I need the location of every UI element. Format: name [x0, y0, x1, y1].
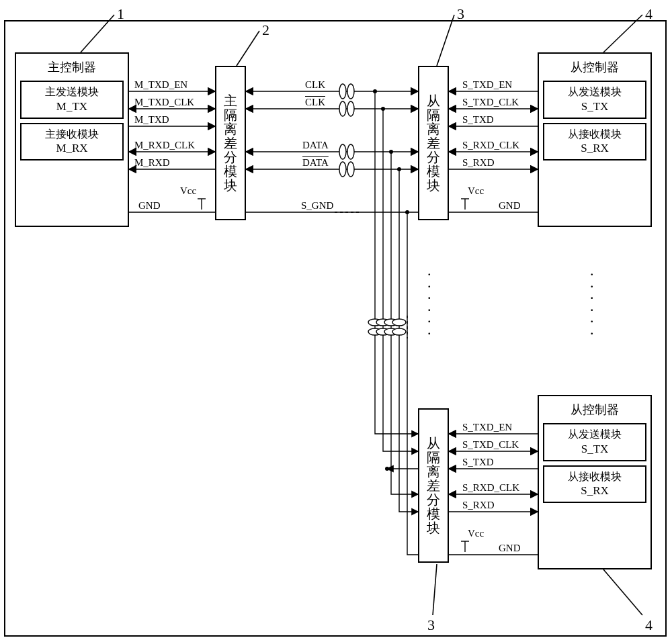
iso-slave-t-char0: 从 [427, 94, 440, 108]
slave-top-rx-code: S_RX [546, 141, 644, 156]
label-s-txd-clk-b: S_TXD_CLK [462, 439, 519, 451]
label-vcc-m: Vcc [180, 185, 196, 197]
slave-top-rx-module: 从接收模块 S_RX [543, 123, 646, 161]
iso-master-char1: 隔 [224, 108, 237, 122]
iso-slave-b-char3: 差 [427, 479, 440, 493]
label-s-rxd-b: S_RXD [462, 500, 495, 511]
number-label-3-bottom: 3 [427, 616, 435, 634]
label-gnd-st: GND [499, 200, 521, 212]
slave-top-tx-title: 从发送模块 [546, 85, 644, 99]
slave-top-rx-title: 从接收模块 [546, 127, 644, 142]
master-controller-title: 主控制器 [20, 59, 124, 75]
slave-bottom-rx-code: S_RX [546, 484, 644, 499]
label-gnd-m: GND [138, 200, 161, 212]
iso-slave-t-char2: 离 [427, 122, 440, 136]
label-m-txd-clk: M_TXD_CLK [134, 97, 194, 108]
ellipsis-iso: ······ [427, 269, 431, 340]
number-label-3-top: 3 [457, 5, 464, 23]
iso-slave-t-char3: 差 [427, 136, 440, 150]
master-tx-title: 主发送模块 [23, 85, 121, 99]
label-s-txd-t: S_TXD [462, 114, 494, 126]
slave-top-tx-module: 从发送模块 S_TX [543, 81, 646, 119]
iso-slave-t-char4: 分 [427, 150, 440, 165]
iso-master-char4: 分 [224, 150, 237, 165]
iso-master-char3: 差 [224, 136, 237, 150]
iso-slave-b-char5: 模 [427, 507, 440, 521]
slave-bottom-tx-title: 从发送模块 [546, 427, 644, 442]
iso-slave-t-char6: 块 [427, 179, 440, 193]
master-rx-code: M_RX [23, 141, 121, 156]
iso-slave-t-char5: 模 [427, 165, 440, 179]
label-data-bar: DATA [302, 157, 329, 169]
label-s-txd-clk-t: S_TXD_CLK [462, 97, 519, 108]
slave-iso-diff-module-bottom: 从 隔 离 差 分 模 块 [418, 408, 449, 563]
number-label-4-top: 4 [645, 5, 653, 23]
iso-master-char6: 块 [224, 179, 237, 193]
iso-master-char5: 模 [224, 165, 237, 179]
iso-slave-b-char0: 从 [427, 437, 440, 451]
label-vcc-st: Vcc [468, 185, 484, 197]
slave-bottom-rx-module: 从接收模块 S_RX [543, 465, 646, 504]
label-s-gnd: S_GND [301, 200, 333, 212]
slave-controller-bottom: 从控制器 从发送模块 S_TX 从接收模块 S_RX [538, 395, 652, 569]
label-s-rxd-t: S_RXD [462, 157, 495, 169]
label-gnd-sb: GND [499, 543, 521, 554]
iso-slave-b-char2: 离 [427, 465, 440, 479]
slave-controller-top: 从控制器 从发送模块 S_TX 从接收模块 S_RX [538, 52, 652, 227]
iso-slave-t-char1: 隔 [427, 108, 440, 122]
number-label-2: 2 [262, 21, 269, 39]
number-label-1: 1 [117, 5, 124, 23]
label-s-rxd-clk-t: S_RXD_CLK [462, 140, 519, 151]
label-s-txd-b: S_TXD [462, 457, 494, 468]
iso-slave-b-char6: 块 [427, 521, 440, 535]
slave-bottom-rx-title: 从接收模块 [546, 469, 644, 484]
slave-bottom-tx-code: S_TX [546, 442, 644, 457]
master-tx-code: M_TX [23, 99, 121, 115]
label-s-txd-en-b: S_TXD_EN [462, 422, 512, 433]
master-iso-diff-module: 主 隔 离 差 分 模 块 [215, 66, 246, 220]
label-vcc-sb: Vcc [468, 528, 484, 539]
label-clk: CLK [305, 79, 325, 91]
label-m-rxd-clk: M_RXD_CLK [134, 140, 195, 151]
master-tx-module: 主发送模块 M_TX [20, 81, 124, 119]
iso-slave-b-char4: 分 [427, 493, 440, 507]
number-label-4-bottom: 4 [645, 616, 653, 634]
slave-top-tx-code: S_TX [546, 99, 644, 115]
label-data: DATA [302, 140, 329, 151]
master-rx-title: 主接收模块 [23, 127, 121, 142]
master-rx-module: 主接收模块 M_RX [20, 123, 124, 161]
iso-master-char0: 主 [224, 94, 237, 108]
label-m-rxd: M_RXD [134, 157, 170, 169]
label-clk-bar: CLK [305, 97, 325, 108]
slave-iso-diff-module-top: 从 隔 离 差 分 模 块 [418, 66, 449, 220]
master-controller: 主控制器 主发送模块 M_TX 主接收模块 M_RX [15, 52, 129, 227]
iso-master-char2: 离 [224, 122, 237, 136]
slave-controller-bottom-title: 从控制器 [543, 402, 646, 418]
slave-bottom-tx-module: 从发送模块 S_TX [543, 423, 646, 461]
iso-slave-b-char1: 隔 [427, 451, 440, 465]
ellipsis-ctrl: ······ [590, 269, 594, 340]
label-s-rxd-clk-b: S_RXD_CLK [462, 482, 519, 494]
label-m-txd-en: M_TXD_EN [134, 79, 187, 91]
label-m-txd: M_TXD [134, 114, 169, 126]
slave-controller-top-title: 从控制器 [543, 59, 646, 75]
label-s-txd-en-t: S_TXD_EN [462, 79, 512, 91]
